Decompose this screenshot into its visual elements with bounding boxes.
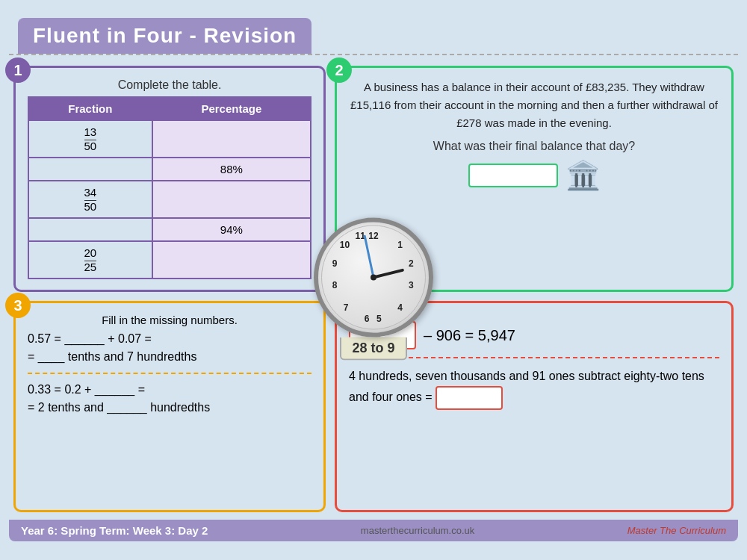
building-icon: 🏛️ <box>565 159 601 192</box>
table-cell-fraction-empty <box>28 218 152 241</box>
q2-question: What was their final balance that day? <box>349 140 719 153</box>
fraction-34-50: 34 50 <box>84 187 97 213</box>
q3-divider <box>28 373 311 374</box>
q3-line2a: 0.33 = 0.2 + ______ = <box>28 383 311 396</box>
table-cell-fraction: 13 50 <box>28 120 152 158</box>
clock-num-5: 5 <box>376 313 382 323</box>
clock-num-10: 10 <box>340 239 350 249</box>
q3-line1a: 0.57 = ______ + 0.07 = <box>28 332 311 346</box>
clock-num-12: 12 <box>368 230 378 240</box>
q4-equation-text: – 906 = 5,947 <box>424 327 515 344</box>
footer-website: masterthecurriculum.co.uk <box>361 525 474 536</box>
clock-minute-hand <box>363 234 374 277</box>
q3-number: 3 <box>5 293 31 318</box>
clock-num-3: 3 <box>409 280 414 290</box>
clock-num-7: 7 <box>344 302 349 312</box>
table-cell-fraction: 20 25 <box>28 241 152 279</box>
q3-line2b: = 2 tenths and ______ hundredths <box>28 401 311 414</box>
q4-answer-input-bottom[interactable] <box>436 386 503 410</box>
table-cell-pct <box>152 120 311 158</box>
main-grid: 1 Complete the table. Fraction Percentag… <box>9 61 738 517</box>
table-cell-pct-88: 88% <box>152 158 311 181</box>
q2-answer-row: 🏛️ <box>349 159 719 192</box>
q2-number: 2 <box>326 57 352 83</box>
table-row: 34 50 <box>28 181 311 218</box>
table-cell-pct-94: 94% <box>152 218 311 241</box>
question-1-box: 1 Complete the table. Fraction Percentag… <box>13 66 326 292</box>
table-row: 13 50 <box>28 120 311 158</box>
col-header-fraction: Fraction <box>28 97 152 120</box>
q1-number: 1 <box>5 57 31 83</box>
fraction-table: Fraction Percentage 13 50 88% <box>28 96 311 279</box>
q2-answer-input[interactable] <box>468 164 558 187</box>
clock-container: 12 1 2 3 4 5 6 7 8 9 10 11 28 to 9 <box>314 218 433 361</box>
table-cell-fraction-empty <box>28 158 152 181</box>
q1-label: Complete the table. <box>28 78 311 92</box>
q3-line1b: = ____ tenths and 7 hundredths <box>28 350 311 364</box>
page-title: Fluent in Four - Revision <box>33 24 297 48</box>
q4-description: 4 hundreds, seven thousands and 91 ones … <box>349 366 719 410</box>
col-header-percentage: Percentage <box>152 97 311 120</box>
table-cell-fraction: 34 50 <box>28 181 152 218</box>
q3-label: Fill in the missing numbers. <box>28 314 311 326</box>
title-bar: Fluent in Four - Revision <box>18 18 311 54</box>
table-cell-pct <box>152 241 311 279</box>
clock-num-2: 2 <box>409 258 414 268</box>
table-row: 94% <box>28 218 311 241</box>
clock-num-1: 1 <box>397 239 403 249</box>
clock-num-9: 9 <box>332 258 338 268</box>
table-row: 20 25 <box>28 241 311 279</box>
footer-brand: Master The Curriculum <box>627 525 726 536</box>
footer-term-info: Year 6: Spring Term: Week 3: Day 2 <box>21 524 208 537</box>
clock-center-dot <box>371 275 376 281</box>
clock-face: 12 1 2 3 4 5 6 7 8 9 10 11 <box>314 218 433 337</box>
question-3-box: 3 Fill in the missing numbers. 0.57 = __… <box>13 301 326 512</box>
clock-num-4: 4 <box>397 302 403 312</box>
clock-hour-hand <box>374 268 405 279</box>
table-cell-pct <box>152 181 311 218</box>
clock-num-6: 6 <box>365 313 370 323</box>
footer: Year 6: Spring Term: Week 3: Day 2 maste… <box>9 520 738 541</box>
clock-num-8: 8 <box>332 280 338 290</box>
fraction-13-50: 13 50 <box>84 126 97 152</box>
q2-text: A business has a balance in their accoun… <box>349 78 719 132</box>
table-row: 88% <box>28 158 311 181</box>
title-divider <box>9 54 738 55</box>
fraction-20-25: 20 25 <box>84 247 97 273</box>
clock-label: 28 to 9 <box>340 337 406 361</box>
